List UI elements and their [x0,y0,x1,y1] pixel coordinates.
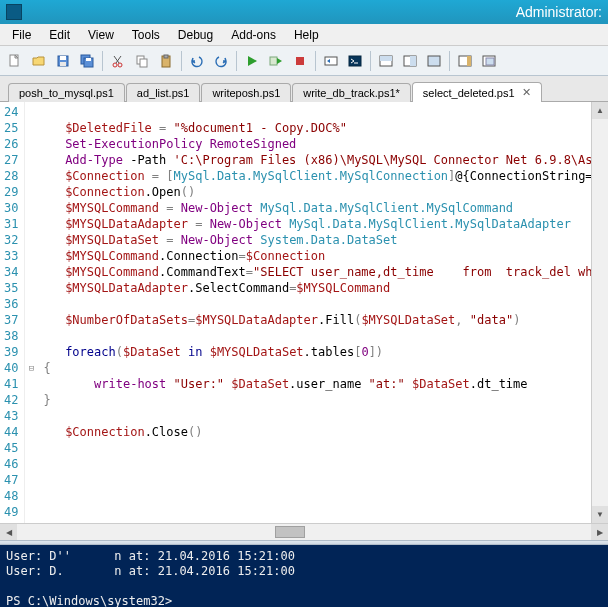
svg-rect-14 [296,57,304,65]
start-powershell-button[interactable] [344,50,366,72]
stop-button[interactable] [289,50,311,72]
show-script-pane-right-button[interactable] [399,50,421,72]
scroll-h-thumb[interactable] [275,526,305,538]
vertical-scrollbar[interactable]: ▲ ▼ [591,102,608,523]
svg-rect-20 [410,56,416,66]
fold-gutter: ⊟ [25,102,37,523]
svg-rect-25 [486,58,494,65]
svg-rect-2 [60,56,66,60]
horizontal-scrollbar[interactable]: ◀ ▶ [0,523,608,540]
new-button[interactable] [4,50,26,72]
show-command-window-button[interactable] [478,50,500,72]
tab-bar: posh_to_mysql.ps1 ad_list.ps1 writeposh.… [0,76,608,102]
svg-rect-23 [467,56,471,66]
title-bar: Administrator: [0,0,608,24]
new-remote-tab-button[interactable] [320,50,342,72]
menu-tools[interactable]: Tools [124,26,168,44]
scroll-down-button[interactable]: ▼ [592,506,608,523]
save-all-button[interactable] [76,50,98,72]
toolbar-separator [181,51,182,71]
menu-addons[interactable]: Add-ons [223,26,284,44]
show-command-addon-button[interactable] [454,50,476,72]
svg-rect-3 [60,62,66,66]
tab-label: write_db_track.ps1* [303,87,400,99]
toolbar-separator [102,51,103,71]
close-icon[interactable]: ✕ [522,86,531,99]
menu-view[interactable]: View [80,26,122,44]
tab-label: writeposh.ps1 [212,87,280,99]
menu-file[interactable]: File [4,26,39,44]
tab-ad-list[interactable]: ad_list.ps1 [126,83,201,102]
menu-debug[interactable]: Debug [170,26,221,44]
scroll-right-button[interactable]: ▶ [591,524,608,540]
redo-button[interactable] [210,50,232,72]
tab-writeposh[interactable]: writeposh.ps1 [201,83,291,102]
svg-rect-18 [380,56,392,61]
svg-rect-13 [270,57,277,65]
svg-rect-10 [140,59,147,67]
save-button[interactable] [52,50,74,72]
copy-button[interactable] [131,50,153,72]
scroll-h-track[interactable] [17,524,591,540]
code-editor[interactable]: $DeletedFile = "%document1 - Copy.DOC%" … [37,102,591,523]
menu-help[interactable]: Help [286,26,327,44]
scroll-left-button[interactable]: ◀ [0,524,17,540]
line-number-gutter: 2425262728293031323334353637383940414243… [0,102,25,523]
open-button[interactable] [28,50,50,72]
svg-point-8 [118,63,122,67]
svg-rect-21 [428,56,440,66]
tab-label: posh_to_mysql.ps1 [19,87,114,99]
menu-edit[interactable]: Edit [41,26,78,44]
toolbar [0,46,608,76]
window-title: Administrator: [516,4,602,20]
menu-bar: File Edit View Tools Debug Add-ons Help [0,24,608,46]
undo-button[interactable] [186,50,208,72]
run-button[interactable] [241,50,263,72]
svg-rect-15 [325,57,337,65]
scroll-up-button[interactable]: ▲ [592,102,608,119]
svg-rect-6 [86,58,91,61]
tab-label: select_deleted.ps1 [423,87,515,99]
run-selection-button[interactable] [265,50,287,72]
toolbar-separator [370,51,371,71]
svg-rect-16 [349,56,361,66]
editor-pane: 2425262728293031323334353637383940414243… [0,102,608,523]
scroll-track[interactable] [592,119,608,506]
show-script-pane-max-button[interactable] [423,50,445,72]
app-icon [6,4,22,20]
toolbar-separator [315,51,316,71]
svg-point-7 [113,63,117,67]
cut-button[interactable] [107,50,129,72]
toolbar-separator [236,51,237,71]
console-pane[interactable]: User: D'' n at: 21.04.2016 15:21:00User:… [0,545,608,607]
paste-button[interactable] [155,50,177,72]
svg-rect-12 [164,55,168,58]
tab-posh-to-mysql[interactable]: posh_to_mysql.ps1 [8,83,125,102]
tab-select-deleted[interactable]: select_deleted.ps1✕ [412,82,542,102]
tab-label: ad_list.ps1 [137,87,190,99]
tab-write-db-track[interactable]: write_db_track.ps1* [292,83,411,102]
show-script-pane-button[interactable] [375,50,397,72]
toolbar-separator [449,51,450,71]
